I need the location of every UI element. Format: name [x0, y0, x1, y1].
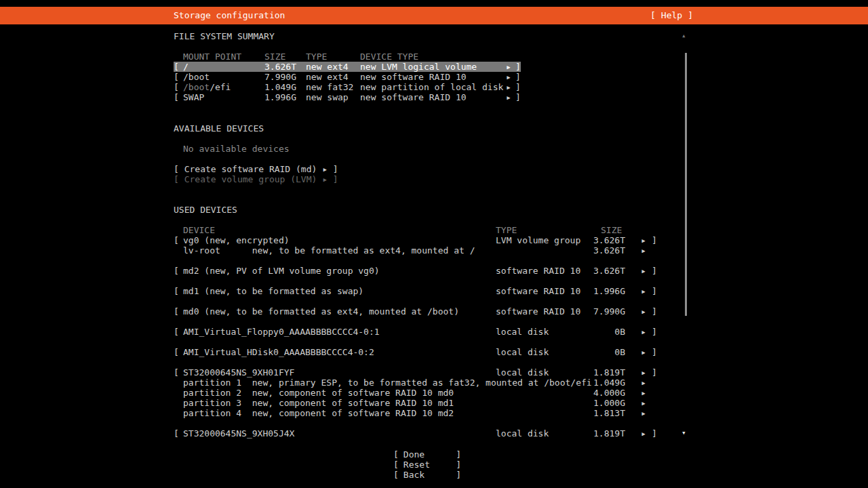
bracket: [: [174, 286, 179, 296]
done-button[interactable]: [ Done ]: [393, 449, 461, 460]
col-header-size: SIZE: [264, 52, 285, 62]
used-device-row-disk1[interactable]: [ ST32000645NS_9XH01FYF local disk 1.819…: [174, 367, 662, 378]
fs-type: new ext4: [306, 72, 349, 82]
bracket: ]: [515, 62, 521, 72]
used-device-row-md0[interactable]: [ md0 (new, to be formatted as ext4, mou…: [174, 306, 662, 317]
fs-row-boot-efi[interactable]: [ /boot/efi 1.049G new fat32 new partiti…: [174, 82, 521, 92]
col-header-device: DEVICE: [183, 225, 215, 235]
expand-arrow-icon: ▸: [506, 62, 511, 72]
device-size: 4.000G: [574, 388, 625, 398]
bracket: [: [174, 266, 179, 276]
fs-type: new ext4: [306, 62, 349, 72]
expand-arrow-icon: ▸: [641, 378, 646, 388]
bracket: [: [393, 460, 399, 470]
used-device-subrow-lv-root[interactable]: lv-root new, to be formatted as ext4, mo…: [174, 245, 662, 256]
expand-arrow-icon: ▸: [641, 286, 646, 296]
bracket: ]: [652, 306, 657, 317]
create-software-raid-button[interactable]: [ Create software RAID (md) ▸ ]: [174, 164, 338, 174]
bracket: ]: [515, 92, 521, 102]
mount-point: /boot/efi: [183, 82, 231, 92]
used-device-subrow-partition-1[interactable]: partition 1 new, primary ESP, to be form…: [174, 378, 662, 388]
bracket: [: [174, 92, 179, 102]
fs-summary-heading: FILE SYSTEM SUMMARY: [174, 31, 275, 41]
bracket: [: [393, 470, 399, 480]
fs-type: new swap: [306, 92, 349, 102]
device-type: local disk: [496, 428, 549, 439]
device-name: AMI_Virtual_Floppy0_AAAABBBBCCCC4-0:1: [183, 327, 380, 337]
used-device-row-virtual-floppy[interactable]: [ AMI_Virtual_Floppy0_AAAABBBBCCCC4-0:1 …: [174, 327, 662, 337]
size: 1.049G: [264, 82, 296, 92]
back-button[interactable]: [ Back ]: [393, 470, 461, 480]
mount-point-suffix: /efi: [210, 82, 231, 92]
device-size: 3.626T: [574, 245, 625, 256]
col-header-device-type: DEVICE TYPE: [360, 52, 418, 62]
used-device-subrow-partition-3[interactable]: partition 3 new, component of software R…: [174, 398, 662, 408]
bracket: ]: [652, 428, 657, 439]
device-size: 3.626T: [574, 266, 625, 276]
device-type: new software RAID 10: [360, 72, 467, 82]
expand-arrow-icon: ▸: [641, 235, 646, 245]
done-button-label: Done: [403, 449, 456, 460]
used-device-subrow-partition-2[interactable]: partition 2 new, component of software R…: [174, 388, 662, 398]
used-device-row-virtual-hdisk[interactable]: [ AMI_Virtual_HDisk0_AAAABBBBCCCC4-0:2 l…: [174, 347, 662, 357]
mount-point: /boot: [183, 72, 210, 82]
used-device-row-md2[interactable]: [ md2 (new, PV of LVM volume group vg0) …: [174, 266, 662, 276]
fs-row-boot[interactable]: [ /boot 7.990G new ext4 new software RAI…: [174, 72, 521, 82]
no-available-devices-message: No available devices: [183, 144, 290, 154]
size: 3.626T: [264, 62, 296, 72]
device-name: vg0 (new, encrypted): [183, 235, 290, 245]
expand-arrow-icon: ▸: [641, 327, 646, 337]
used-device-row-vg0[interactable]: [ vg0 (new, encrypted) LVM volume group …: [174, 235, 662, 245]
fs-row-swap[interactable]: [ SWAP 1.996G new swap new software RAID…: [174, 92, 521, 102]
used-device-row-md1[interactable]: [ md1 (new, to be formatted as swap) sof…: [174, 286, 662, 296]
device-type: local disk: [496, 327, 549, 337]
mount-point-prefix: /boot: [183, 82, 210, 92]
used-device-subrow-partition-4[interactable]: partition 4 new, component of software R…: [174, 408, 662, 418]
bracket: [: [174, 235, 179, 245]
bracket: ]: [652, 367, 657, 378]
bracket: ]: [652, 286, 657, 296]
bracket: [: [174, 327, 179, 337]
size: 1.996G: [264, 92, 296, 102]
expand-arrow-icon: ▸: [641, 367, 646, 378]
subrow-text: lv-root new, to be formatted as ext4, mo…: [183, 245, 475, 256]
create-volume-group-button: [ Create volume group (LVM) ▸ ]: [174, 174, 338, 184]
scroll-down-icon[interactable]: ▾: [682, 428, 686, 437]
device-size: 1.819T: [574, 367, 625, 378]
bracket: ]: [515, 82, 521, 92]
device-name: AMI_Virtual_HDisk0_AAAABBBBCCCC4-0:2: [183, 347, 374, 357]
bracket: [: [174, 367, 179, 378]
expand-arrow-icon: ▸: [641, 428, 646, 439]
used-device-row-disk2[interactable]: [ ST32000645NS_9XH05J4X local disk 1.819…: [174, 428, 662, 439]
bracket: [: [174, 428, 179, 439]
device-name: md1 (new, to be formatted as swap): [183, 286, 363, 296]
bracket: [: [174, 72, 179, 82]
bracket: [: [393, 449, 399, 460]
bracket: ]: [456, 460, 461, 470]
col-header-mount-point: MOUNT POINT: [183, 52, 241, 62]
reset-button[interactable]: [ Reset ]: [393, 460, 461, 470]
expand-arrow-icon: ▸: [506, 92, 511, 102]
scroll-up-icon[interactable]: ▴: [682, 31, 686, 40]
device-type: new LVM logical volume: [360, 62, 477, 72]
mount-point: SWAP: [183, 92, 204, 102]
mount-point: /: [183, 62, 189, 72]
bracket: [: [174, 347, 179, 357]
device-type: local disk: [496, 347, 549, 357]
bracket: ]: [456, 449, 461, 460]
bracket: ]: [515, 72, 521, 82]
device-type: local disk: [496, 367, 549, 378]
device-type: LVM volume group: [496, 235, 580, 245]
used-devices-heading: USED DEVICES: [174, 205, 237, 215]
expand-arrow-icon: ▸: [641, 306, 646, 317]
fs-summary-column-headers: MOUNT POINT SIZE TYPE DEVICE TYPE: [174, 52, 521, 62]
bracket: ]: [652, 347, 657, 357]
subrow-text: partition 3 new, component of software R…: [183, 398, 454, 408]
bracket: [: [174, 82, 179, 92]
expand-arrow-icon: ▸: [506, 72, 511, 82]
expand-arrow-icon: ▸: [641, 388, 646, 398]
reset-button-label: Reset: [403, 460, 456, 470]
scrollbar-thumb[interactable]: [685, 53, 687, 316]
fs-row-root[interactable]: [ / 3.626T new ext4 new LVM logical volu…: [174, 62, 521, 72]
col-header-type: TYPE: [306, 52, 327, 62]
